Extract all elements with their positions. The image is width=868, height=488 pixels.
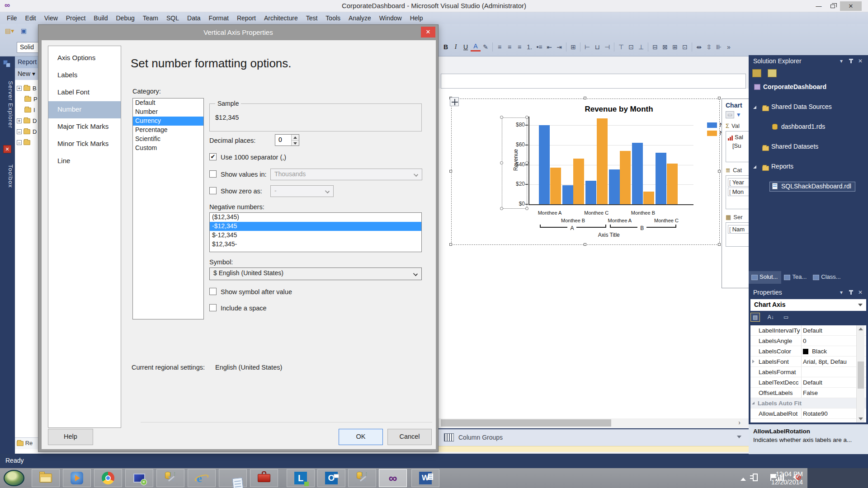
align-tops-icon[interactable]: ⊤: [616, 42, 626, 52]
menu-item-debug[interactable]: Debug: [112, 13, 139, 23]
properties-pin-icon[interactable]: [850, 290, 852, 295]
axis-selection-handle[interactable]: [500, 161, 503, 164]
report-tree-item[interactable]: –D: [17, 128, 38, 138]
align-right-icon[interactable]: ≡: [514, 42, 524, 52]
ok-button[interactable]: OK: [339, 429, 383, 445]
axis-selection-handle[interactable]: [525, 116, 528, 119]
show-all-files-icon[interactable]: [768, 69, 777, 77]
show-values-in-checkbox[interactable]: [209, 170, 217, 178]
taskbar-internet-explorer-button[interactable]: e: [188, 469, 216, 487]
negative-numbers-listbox[interactable]: ($12,345)-$12,345$-12,345$12,345-: [209, 212, 422, 252]
expander-icon[interactable]: +: [17, 86, 22, 91]
column-groups-bar[interactable]: Column Groups: [439, 428, 749, 446]
report-tree-item[interactable]: P: [17, 95, 38, 105]
same-height-icon[interactable]: ⊠: [660, 42, 670, 52]
chart-bar-name-a[interactable]: [539, 125, 550, 204]
taskbar-chrome-button[interactable]: [94, 469, 122, 487]
axis-selection-handle[interactable]: [525, 207, 528, 210]
menu-item-architecture[interactable]: Architecture: [260, 13, 302, 23]
category-listbox[interactable]: DefaultNumberCurrencyPercentageScientifi…: [132, 98, 204, 319]
tree-item-sqlshackdashboard-rdl[interactable]: SQLShackDashboard.rdl: [749, 182, 868, 192]
scroll-thumb[interactable]: [858, 361, 864, 389]
symbol-combo[interactable]: $ English (United States): [209, 267, 422, 280]
axis-selection-handle[interactable]: [500, 116, 503, 119]
report-tree-item[interactable]: +B: [17, 84, 38, 94]
more-spacing-icon[interactable]: ⊪: [714, 42, 724, 52]
category-option[interactable]: Custom: [133, 144, 203, 153]
chart-bar-name-b[interactable]: [620, 151, 631, 204]
menu-item-data[interactable]: Data: [183, 13, 205, 23]
space-down-icon[interactable]: ⇳: [704, 42, 714, 52]
menu-item-edit[interactable]: Edit: [21, 13, 40, 23]
indent-icon[interactable]: ⇥: [554, 42, 564, 52]
selection-handle[interactable]: [449, 170, 452, 173]
menu-item-help[interactable]: Help: [406, 13, 427, 23]
horizontal-scrollbar[interactable]: ›: [439, 418, 742, 427]
show-symbol-after-value-checkbox[interactable]: [209, 288, 217, 295]
close-button[interactable]: ✕: [840, 1, 862, 11]
scroll-up-icon[interactable]: [859, 328, 863, 330]
expander-icon[interactable]: –: [17, 129, 22, 134]
expander-icon[interactable]: –: [17, 140, 22, 145]
properties-icon[interactable]: ▭: [726, 111, 734, 118]
highlight-icon[interactable]: ✎: [481, 42, 491, 52]
panel-tab-class[interactable]: Class...: [810, 271, 844, 284]
report-data-bottom-tab[interactable]: Re: [15, 437, 38, 449]
report-data-new-button[interactable]: New ▾: [15, 68, 38, 80]
down-arrow-icon[interactable]: ▼: [736, 112, 741, 118]
tray-expand-icon[interactable]: [741, 474, 746, 483]
power-icon[interactable]: [753, 474, 758, 483]
size-grid-icon[interactable]: ⊡: [680, 42, 690, 52]
property-row-allowlabelrot[interactable]: AllowLabelRotRotate90: [750, 408, 866, 419]
collapse-all-icon[interactable]: [752, 69, 761, 77]
properties-close-icon[interactable]: ✕: [858, 289, 863, 296]
show-zero-as-combo[interactable]: -: [270, 185, 334, 197]
decimal-places-stepper[interactable]: 0: [275, 134, 299, 146]
selection-handle[interactable]: [718, 243, 721, 246]
tree-item-shared-datasets[interactable]: Shared Datasets: [749, 142, 868, 152]
property-row-labeltextdecc[interactable]: LabelTextDeccDefault: [750, 377, 866, 388]
align-middles-icon[interactable]: ⊡: [626, 42, 636, 52]
properties-scrollbar[interactable]: [856, 325, 864, 422]
chart-bar-name-a[interactable]: [562, 185, 573, 204]
align-left-icon[interactable]: ≡: [495, 42, 505, 52]
panel-tab-tea[interactable]: Tea...: [781, 271, 810, 284]
property-row-labelintervalty[interactable]: LabelIntervalTyDefault: [750, 325, 866, 336]
axis-selection-handle[interactable]: [500, 207, 503, 210]
hscroll-arrow-icon[interactable]: ›: [738, 419, 741, 426]
selection-handle[interactable]: [718, 97, 721, 99]
taskbar-outlook-button[interactable]: O: [317, 469, 345, 487]
vertical-axis-selection[interactable]: [502, 117, 527, 209]
same-width-icon[interactable]: ⊟: [650, 42, 660, 52]
font-color-icon[interactable]: A: [471, 42, 481, 52]
menu-item-team[interactable]: Team: [139, 13, 162, 23]
move-handle-icon[interactable]: [450, 97, 459, 106]
chart-bar-name-a[interactable]: [609, 169, 620, 204]
pin-icon[interactable]: [850, 59, 852, 63]
overflow-icon[interactable]: »: [724, 42, 734, 52]
use-1000-separator-checkbox[interactable]: ✔: [209, 153, 217, 160]
menu-item-format[interactable]: Format: [205, 13, 233, 23]
negative-format-option[interactable]: ($12,345): [210, 213, 421, 222]
menu-item-window[interactable]: Window: [375, 13, 406, 23]
taskbar-media-player-button[interactable]: [63, 469, 91, 487]
chart-bar-name-a[interactable]: [585, 181, 596, 205]
property-row-labels-auto-fit[interactable]: Labels Auto Fit: [750, 398, 866, 408]
taskbar-word-button[interactable]: W: [411, 469, 439, 487]
minimize-button[interactable]: —: [811, 1, 826, 11]
dialog-nav-label-font[interactable]: Label Font: [48, 84, 121, 101]
chart-bar-name-b[interactable]: [643, 192, 654, 204]
panel-tab-solut[interactable]: Solut...: [749, 271, 781, 284]
dialog-nav-axis-options[interactable]: Axis Options: [48, 50, 121, 67]
categorized-icon[interactable]: ▤: [750, 313, 760, 322]
alphabetical-icon[interactable]: A↓: [765, 313, 776, 322]
selection-handle[interactable]: [449, 243, 452, 246]
hscroll-thumb[interactable]: [441, 419, 611, 427]
taskbar-visual-studio-button[interactable]: ∞: [379, 469, 407, 487]
start-button[interactable]: [4, 470, 24, 486]
show-values-in-combo[interactable]: Thousands: [270, 169, 422, 180]
menu-item-view[interactable]: View: [40, 13, 62, 23]
align-center-icon[interactable]: ≡: [505, 42, 514, 52]
taskbar-sql-data-tools-button[interactable]: ⋮⋮: [156, 469, 184, 487]
menu-item-test[interactable]: Test: [302, 13, 322, 23]
